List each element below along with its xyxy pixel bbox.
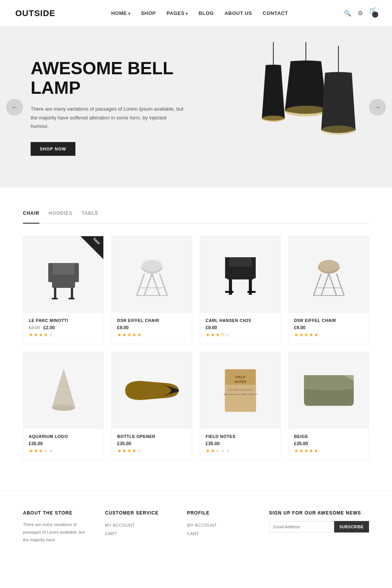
price-old: £3.00 [29,325,40,330]
nav-pages[interactable]: PAGES [167,10,188,16]
star-rating: ★★★★★ [117,448,186,454]
svg-rect-12 [52,298,58,299]
svg-line-16 [160,274,167,296]
product-image [112,236,192,313]
footer-about-title: ABOUT THE STORE [23,510,90,516]
product-image: FIELD NOTES All Things Being Equal Durab… [200,352,280,429]
nav-about[interactable]: ABOUT US [224,10,252,16]
hero-section: ← AWESOME BELL LAMP There are many varia… [0,27,392,188]
product-info: DSR EIFFEL CHAIR £9.00 ★★★★★ [112,313,192,344]
product-name: BOTTLE OPENER [117,434,186,439]
hero-cta-button[interactable]: SHOP NOW [31,142,75,156]
hero-next-button[interactable]: → [369,99,386,116]
price-new: £2.00 [43,325,55,330]
hero-prev-button[interactable]: ← [6,99,23,116]
site-footer: ABOUT THE STORE There are many variation… [0,491,392,555]
lamp-illustration [235,42,365,184]
product-card[interactable]: CARL HANSEN CH25 £9.00 ★★★½★ [200,236,281,344]
product-tabs: CHAIR HOODIES TABLE [23,211,369,224]
hero-content: AWESOME BELL LAMP There are many variati… [0,59,216,155]
svg-rect-28 [247,291,256,293]
product-pricing: £35.00 [29,441,98,446]
svg-text:Durable Notebooks - Made In th: Durable Notebooks - Made In the U.S.A. [223,393,258,395]
nav-home[interactable]: HOME [111,10,130,16]
svg-rect-13 [69,298,75,299]
product-name: LE PARC MINOTTI [29,318,98,323]
newsletter-subscribe-button[interactable]: SUBSCRIBE [334,521,369,532]
product-image [289,236,369,313]
product-name: CARL HANSEN CH25 [206,318,275,323]
svg-line-17 [144,274,152,296]
header-icons: 🔍 ⚙ 🛒 0 [344,7,377,20]
product-card[interactable]: BOTTLE OPENER £35.00 ★★★★★ [111,352,192,460]
site-logo: OUTSIDE [15,8,56,18]
product-card[interactable]: AQUARIUM LOGO £35.00 ★★★★★ [23,352,104,460]
product-image [112,352,192,429]
svg-point-5 [321,126,356,135]
chair-beige-svg [310,246,348,303]
product-name: DSR EIFFEL CHAIR [294,318,363,323]
product-info: LE PARC MINOTTI £3.00 £2.00 ★★★★★ [23,313,103,344]
product-image: Sale! [23,236,103,313]
settings-icon[interactable]: ⚙ [358,10,363,17]
hero-title: AWESOME BELL LAMP [31,59,185,97]
footer-profile-links: MY ACCOUNT CART [187,521,253,538]
star-rating: ★★★★★ [294,332,363,338]
product-info: BOTTLE OPENER £35.00 ★★★★★ [112,429,192,460]
hero-description: There are many variations of passages of… [31,105,185,130]
price-new: £9.00 [206,325,217,330]
footer-link[interactable]: MY ACCOUNT [105,521,172,529]
cart-icon[interactable]: 🛒 0 [369,7,377,20]
product-card[interactable]: DSR EIFFEL CHAIR £9.00 ★★★★★ [111,236,192,344]
svg-line-30 [314,274,321,296]
nav-shop[interactable]: SHOP [141,10,156,16]
product-pricing: £9.00 [206,325,275,330]
price-new: £9.00 [117,325,129,330]
product-image [200,236,280,313]
svg-rect-7 [50,263,77,274]
chair-black-svg [219,246,261,303]
star-rating: ★★★★★ [29,448,98,454]
product-pricing: £9.00 [117,325,186,330]
svg-rect-24 [252,257,256,278]
footer-link[interactable]: CART [187,529,253,538]
product-card[interactable]: DSR EIFFEL CHAIR £9.00 ★★★★★ [288,236,369,344]
site-header: OUTSIDE HOME SHOP PAGES BLOG ABOUT US CO… [0,0,392,27]
star-rating: ★★★★★ [294,448,363,454]
products-section: CHAIR HOODIES TABLE Sale! [0,188,392,475]
star-rating: ★★★½★ [206,332,275,338]
nav-blog[interactable]: BLOG [199,10,214,16]
svg-rect-10 [54,288,56,299]
nav-contact[interactable]: CONTACT [263,10,288,16]
notebook-svg: FIELD NOTES All Things Being Equal Durab… [223,368,258,413]
product-card[interactable]: BEIGE £35.00 ★★★★★ [288,352,369,460]
products-grid-row1: Sale! LE PARC MINOTTI £3.00 £2.0 [23,236,369,344]
footer-link[interactable]: CART [105,529,172,538]
price-new: £35.00 [29,441,43,446]
svg-text:FIELD: FIELD [235,375,245,379]
svg-line-15 [137,274,144,296]
footer-cs-links: MY ACCOUNT CART [105,521,172,538]
product-info: AQUARIUM LOGO £35.00 ★★★★★ [23,429,103,460]
newsletter-email-input[interactable] [269,521,334,532]
product-card[interactable]: FIELD NOTES All Things Being Equal Durab… [200,352,281,460]
cart-badge: 0 [372,11,378,18]
svg-text:All Things Being Equal: All Things Being Equal [229,389,252,391]
star-rating: ★★★★★ [29,332,98,338]
footer-newsletter: SIGN UP FOR OUR AWESOME NEWS SUBSCRIBE [269,510,369,544]
svg-point-36 [52,405,75,411]
svg-line-33 [329,274,336,296]
price-new: £35.00 [294,441,308,446]
product-image [23,352,103,429]
tab-hoodies[interactable]: HOODIES [49,211,72,219]
tab-chair[interactable]: CHAIR [23,211,39,224]
search-icon[interactable]: 🔍 [344,10,351,17]
product-card[interactable]: Sale! LE PARC MINOTTI £3.00 £2.0 [23,236,104,344]
product-image [289,352,369,429]
footer-link[interactable]: MY ACCOUNT [187,521,253,529]
svg-line-32 [321,274,329,296]
tab-table[interactable]: TABLE [82,211,98,219]
star-rating: ★★★★★ [206,448,275,454]
svg-rect-9 [74,263,79,282]
footer-about: ABOUT THE STORE There are many variation… [23,510,90,544]
